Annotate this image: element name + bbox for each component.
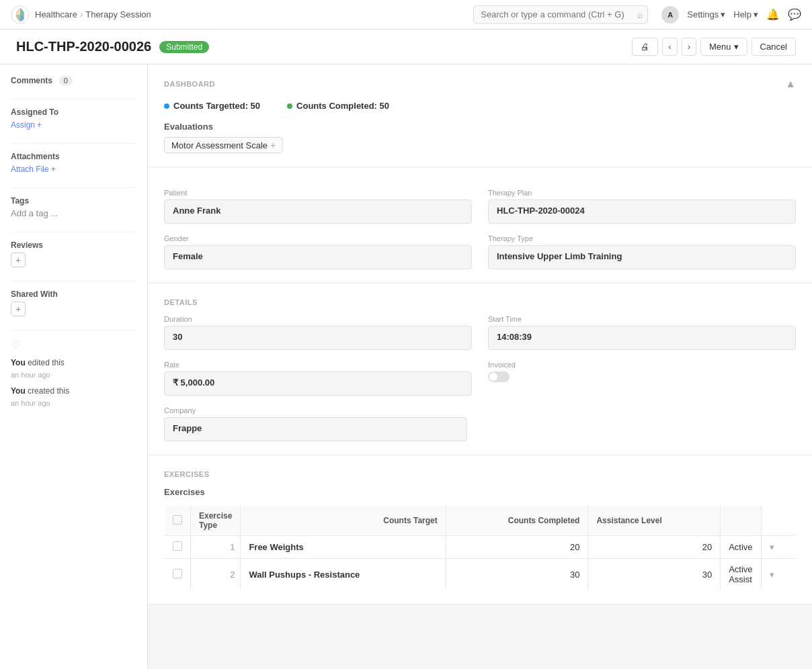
details-title: DETAILS <box>164 298 198 306</box>
company-label: Company <box>164 406 467 414</box>
sidebar-comments: Comments 0 <box>11 75 136 85</box>
row-dropdown-icon[interactable]: ▾ <box>770 570 774 580</box>
duration-value: 30 <box>164 326 472 350</box>
evaluation-tag-label: Motor Assessment Scale <box>171 140 268 150</box>
row-checkbox-cell <box>165 559 191 590</box>
search-container: ⌕ <box>473 5 648 24</box>
company-value: Frappe <box>164 417 467 441</box>
collapse-icon[interactable]: ▲ <box>785 78 796 90</box>
gender-value: Female <box>164 245 472 269</box>
assign-action[interactable]: Assign + <box>11 120 42 130</box>
next-button[interactable]: › <box>682 38 696 56</box>
invoiced-row <box>488 371 796 382</box>
row-exercise-type: Free Weights <box>241 536 446 559</box>
heart-icon[interactable]: ♡ <box>11 339 136 351</box>
main-layout: Comments 0 Assigned To Assign + Attachme… <box>0 64 812 669</box>
shared-with-label: Shared With <box>11 289 136 299</box>
sidebar-attachments: Attachments Attach File + <box>11 152 136 174</box>
col-counts-completed: Counts Completed <box>446 506 588 536</box>
avatar: A <box>661 6 679 24</box>
exercises-label: Exercises <box>164 487 796 497</box>
therapy-plan-value: HLC-THP-2020-00024 <box>488 199 796 224</box>
prev-button[interactable]: ‹ <box>662 38 677 56</box>
therapy-type-label: Therapy Type <box>488 234 796 242</box>
row-assistance-level: Active <box>721 536 761 559</box>
row-dropdown-icon[interactable]: ▾ <box>770 542 774 552</box>
breadcrumb-home[interactable]: Healthcare <box>35 9 77 19</box>
table-row: 2 Wall Pushups - Resistance 30 30 Active… <box>165 559 796 590</box>
patient-info-section: Patient Anne Frank Therapy Plan HLC-THP-… <box>148 167 812 283</box>
row-assistance-level: Active Assist <box>721 559 761 590</box>
chat-button[interactable]: 💬 <box>788 8 801 21</box>
activity-item-2: You created this an hour ago <box>11 385 136 409</box>
topnav: Healthcare › Therapy Session ⌕ A Setting… <box>0 0 812 30</box>
search-icon: ⌕ <box>637 9 643 20</box>
exercises-table: Exercise Type Counts Target Counts Compl… <box>164 505 796 590</box>
breadcrumb-current[interactable]: Therapy Session <box>85 9 151 19</box>
patient-label: Patient <box>164 189 472 197</box>
attachments-label: Attachments <box>11 152 136 161</box>
company-row: Company Frappe <box>164 406 796 441</box>
rate-value: ₹ 5,000.00 <box>164 371 472 396</box>
start-time-value: 14:08:39 <box>488 326 796 350</box>
col-assistance-level: Assistance Level <box>588 506 721 536</box>
dashboard-title: DASHBOARD <box>164 80 215 88</box>
sidebar-assigned-to: Assigned To Assign + <box>11 107 136 130</box>
app-logo[interactable] <box>11 5 30 24</box>
rate-label: Rate <box>164 361 472 369</box>
table-row: 1 Free Weights 20 20 Active ▾ <box>165 536 796 559</box>
details-form-grid: Duration 30 Start Time 14:08:39 Rate ₹ 5… <box>164 315 796 396</box>
therapy-type-value: Intensive Upper Limb Training <box>488 245 796 269</box>
settings-button[interactable]: Settings ▾ <box>687 9 725 19</box>
dashboard-header: DASHBOARD ▲ <box>164 78 796 90</box>
search-input[interactable] <box>473 5 648 24</box>
help-button[interactable]: Help ▾ <box>733 9 758 19</box>
cancel-button[interactable]: Cancel <box>752 38 796 56</box>
activity-item-1: You edited this an hour ago <box>11 357 136 381</box>
col-actions <box>721 506 761 536</box>
content-area: DASHBOARD ▲ Counts Targetted: 50 Counts … <box>148 64 812 669</box>
sidebar-reviews: Reviews + <box>11 240 136 267</box>
evaluations-title: Evaluations <box>164 122 796 132</box>
details-header: DETAILS <box>164 297 796 307</box>
breadcrumb: Healthcare › Therapy Session <box>35 9 151 19</box>
print-button[interactable]: 🖨 <box>632 38 658 56</box>
col-exercise-type: Exercise Type <box>191 506 241 536</box>
therapy-plan-field: Therapy Plan HLC-THP-2020-00024 <box>488 189 796 224</box>
row-dropdown-cell: ▾ <box>761 536 795 559</box>
add-tag-value[interactable]: Add a tag ... <box>11 208 58 218</box>
invoiced-toggle[interactable] <box>488 371 510 382</box>
exercises-section: EXERCISES Exercises Exercise Type Counts… <box>148 455 812 605</box>
notifications-button[interactable]: 🔔 <box>766 8 780 21</box>
duration-field: Duration 30 <box>164 315 472 350</box>
patient-value: Anne Frank <box>164 199 472 224</box>
header-checkbox[interactable] <box>173 515 182 525</box>
page-header-right: 🖨 ‹ › Menu ▾ Cancel <box>632 38 796 56</box>
evaluation-tag[interactable]: Motor Assessment Scale + <box>164 137 283 153</box>
add-shared-button[interactable]: + <box>11 302 26 316</box>
page-header-left: HLC-THP-2020-00026 Submitted <box>16 39 209 54</box>
comments-count: 0 <box>59 76 73 85</box>
attach-file-action[interactable]: Attach File + <box>11 165 56 174</box>
page-header: HLC-THP-2020-00026 Submitted 🖨 ‹ › Menu … <box>0 30 812 64</box>
row-checkbox-cell <box>165 536 191 559</box>
col-checkbox <box>165 506 191 536</box>
row-checkbox[interactable] <box>173 569 182 578</box>
topnav-right: A Settings ▾ Help ▾ 🔔 💬 <box>661 6 801 24</box>
start-time-field: Start Time 14:08:39 <box>488 315 796 350</box>
gender-label: Gender <box>164 234 472 242</box>
menu-button[interactable]: Menu ▾ <box>700 38 747 56</box>
status-badge: Submitted <box>159 41 209 53</box>
details-section: DETAILS Duration 30 Start Time 14:08:39 … <box>148 283 812 455</box>
exercises-section-title: EXERCISES <box>164 470 209 478</box>
row-checkbox[interactable] <box>173 541 182 551</box>
eval-plus-icon: + <box>270 140 276 150</box>
invoiced-label: Invoiced <box>488 361 796 369</box>
add-review-button[interactable]: + <box>11 253 26 267</box>
row-counts-target: 20 <box>446 536 588 559</box>
counts-targeted-label: Counts Targetted: 50 <box>173 101 260 111</box>
comments-label: Comments <box>11 76 52 85</box>
therapy-plan-label: Therapy Plan <box>488 189 796 197</box>
row-counts-target: 30 <box>446 559 588 590</box>
completed-dot <box>287 103 292 109</box>
